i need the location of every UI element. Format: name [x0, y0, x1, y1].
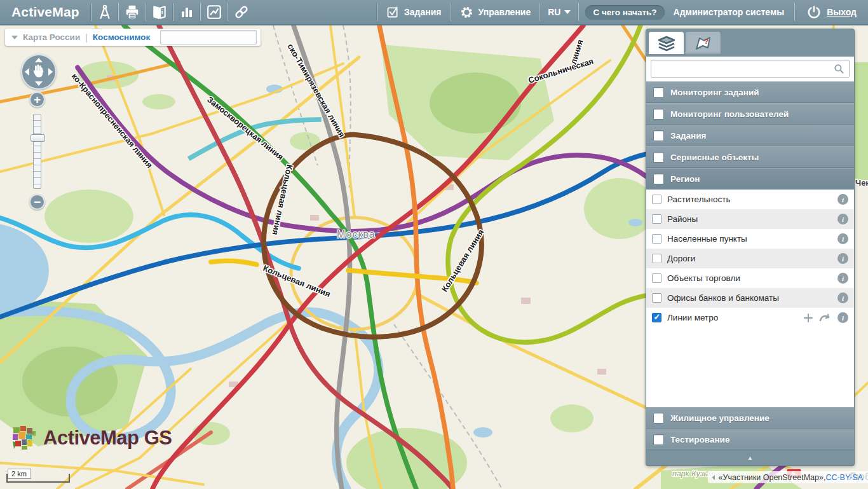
info-icon[interactable]	[837, 312, 848, 323]
layer-group-region[interactable]: Регион	[646, 168, 854, 189]
management-label: Управление	[478, 7, 531, 17]
tasks-label: Задания	[404, 7, 441, 17]
pan-left-icon[interactable]	[25, 68, 29, 76]
layer-label: Линии метро	[667, 313, 718, 322]
header-right: Задания Управление RU С чего начать? Адм…	[377, 0, 868, 25]
hand-icon	[31, 63, 46, 82]
basemap-toggle-link[interactable]: Космоснимок	[93, 32, 150, 42]
layer-label: Районы	[667, 214, 698, 224]
tasks-button[interactable]: Задания	[377, 0, 450, 25]
breadcrumb-separator: |	[85, 32, 88, 43]
place-label: Чек	[855, 178, 868, 188]
info-icon[interactable]	[837, 233, 848, 244]
info-icon[interactable]	[837, 273, 848, 284]
management-button[interactable]: Управление	[451, 0, 540, 25]
layer-row-banks[interactable]: Офисы банков и банкоматы	[646, 288, 854, 308]
layer-list: Растительность Районы Населенные пункты …	[646, 189, 854, 327]
attribution-collapse-icon[interactable]	[712, 475, 715, 480]
layer-checkbox[interactable]	[652, 234, 661, 244]
layer-group-monitoring-users[interactable]: Мониторинг пользователей	[646, 103, 854, 125]
top-header: ActiveMap i	[0, 0, 868, 25]
tasks-checkbox-icon	[386, 6, 399, 18]
panel-tabs: ?	[646, 29, 854, 57]
map-help-icon: ?	[694, 35, 713, 52]
group-label: Жилищное управление	[670, 413, 770, 423]
app-brand: ActiveMap	[0, 4, 91, 20]
reference-icon[interactable]: i	[146, 0, 173, 25]
current-user-label[interactable]: Администратор системы	[668, 7, 795, 17]
print-icon[interactable]	[119, 0, 146, 25]
layer-checkbox[interactable]	[652, 195, 661, 204]
divider	[578, 3, 579, 21]
zoom-to-layer-icon[interactable]	[819, 313, 832, 322]
reports-icon[interactable]	[201, 0, 227, 25]
layer-row-districts[interactable]: Районы	[646, 209, 854, 229]
pan-down-icon[interactable]	[35, 81, 43, 86]
getting-started-button[interactable]: С чего начать?	[585, 5, 664, 20]
logout-button[interactable]: Выход	[795, 4, 868, 20]
layer-group-service-objects[interactable]: Сервисные объекты	[646, 146, 854, 168]
layer-search-input[interactable]	[651, 62, 829, 75]
group-checkbox[interactable]	[653, 109, 664, 120]
group-checkbox[interactable]	[653, 413, 664, 424]
layer-group-testing[interactable]: Тестирование	[646, 429, 854, 450]
map-search-box	[160, 30, 257, 45]
language-label: RU	[548, 7, 560, 17]
layer-checkbox[interactable]	[652, 254, 661, 263]
pan-control[interactable]	[21, 54, 57, 90]
layer-list-empty-space	[646, 327, 854, 407]
layer-checkbox[interactable]	[652, 214, 661, 224]
group-label: Сервисные объекты	[670, 153, 759, 162]
group-checkbox[interactable]	[653, 130, 664, 141]
breadcrumb: Карта России | Космоснимок	[5, 29, 261, 46]
license-link[interactable]: CC-BY-SA	[825, 473, 863, 482]
tab-legend[interactable]: ?	[686, 32, 721, 54]
pan-right-icon[interactable]	[48, 68, 53, 76]
layer-group-housing[interactable]: Жилищное управление	[646, 407, 854, 429]
layer-row-roads[interactable]: Дороги	[646, 249, 854, 268]
layer-checkbox[interactable]	[652, 273, 661, 283]
search-icon[interactable]	[829, 64, 849, 74]
group-label: Задания	[670, 131, 706, 141]
breadcrumb-map-name[interactable]: Карта России	[23, 32, 80, 42]
panel-collapse-button[interactable]: ▲	[646, 450, 854, 465]
logo-text: ActiveMap GS	[43, 427, 172, 450]
group-checkbox[interactable]	[653, 174, 664, 184]
scale-label: 2 km	[8, 469, 31, 479]
layer-checkbox[interactable]	[652, 313, 661, 322]
layer-row-settlements[interactable]: Населенные пункты	[646, 229, 854, 249]
measure-icon[interactable]	[92, 0, 118, 25]
zoom-in-button[interactable]: +	[29, 92, 45, 107]
group-checkbox[interactable]	[653, 87, 664, 98]
layer-checkbox[interactable]	[652, 293, 661, 303]
zoom-slider[interactable]	[33, 114, 41, 189]
link-icon[interactable]	[228, 0, 255, 25]
info-icon[interactable]	[837, 214, 848, 224]
layer-row-metro-lines[interactable]: Линии метро	[646, 308, 854, 327]
language-selector[interactable]: RU	[540, 7, 578, 17]
logout-label: Выход	[827, 7, 857, 17]
tab-layers[interactable]	[649, 32, 684, 54]
attribution-text: «Участники OpenStreetMap»,	[719, 473, 826, 482]
map-list-caret-icon[interactable]	[11, 36, 18, 39]
info-icon[interactable]	[837, 194, 848, 205]
info-icon[interactable]	[837, 253, 848, 264]
city-label: Москва	[337, 229, 376, 240]
layer-row-trade-objects[interactable]: Объекты торговли	[646, 268, 854, 288]
info-icon[interactable]	[837, 293, 848, 303]
layers-icon	[657, 35, 676, 52]
zoom-slider-handle[interactable]	[31, 134, 45, 142]
statistics-icon[interactable]	[173, 0, 200, 25]
layer-row-vegetation[interactable]: Растительность	[646, 189, 854, 209]
group-checkbox[interactable]	[653, 434, 664, 445]
pan-up-icon[interactable]	[35, 58, 43, 62]
activemap-gs-logo: ActiveMap GS	[9, 424, 172, 453]
group-checkbox[interactable]	[653, 152, 664, 163]
map-search-input[interactable]	[161, 32, 264, 43]
group-label: Мониторинг пользователей	[670, 109, 789, 119]
add-object-icon[interactable]	[803, 313, 813, 323]
layer-group-tasks[interactable]: Задания	[646, 125, 854, 146]
zoom-out-button[interactable]: −	[29, 194, 45, 210]
layer-group-monitoring-tasks[interactable]: Мониторинг заданий	[646, 81, 854, 103]
svg-text:i: i	[161, 8, 163, 15]
